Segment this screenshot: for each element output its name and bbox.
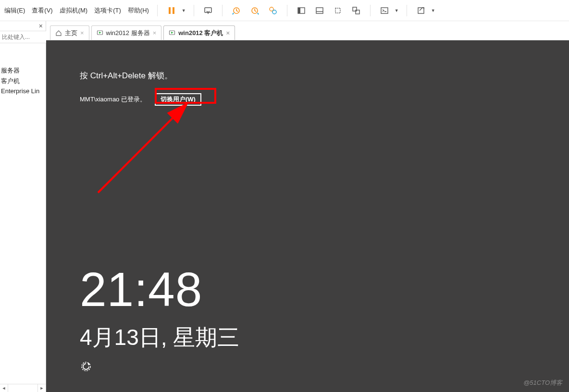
fullscreen-dropdown-icon[interactable]: ▼ bbox=[431, 8, 435, 13]
menu-tabs[interactable]: 选项卡(T) bbox=[94, 5, 122, 16]
send-input-icon[interactable] bbox=[202, 4, 214, 17]
view-fit-icon[interactable] bbox=[332, 4, 344, 17]
menu-view[interactable]: 查看(V) bbox=[31, 5, 53, 16]
tree-item[interactable]: Enterprise Lin bbox=[0, 86, 46, 96]
tab-close-icon[interactable]: × bbox=[80, 29, 84, 37]
lock-date: 4月13日, 星期三 bbox=[80, 323, 239, 353]
tab-server[interactable]: win2012 服务器 × bbox=[91, 25, 162, 40]
sidebar-tree: 服务器 客户机 Enterprise Lin bbox=[0, 43, 46, 384]
snapshot-take-icon[interactable] bbox=[230, 4, 243, 17]
lock-time: 21:48 bbox=[80, 265, 202, 313]
logged-in-user: MMT\xiaomao 已登录。 bbox=[80, 95, 146, 104]
svg-rect-12 bbox=[353, 7, 357, 11]
separator bbox=[222, 5, 223, 16]
tab-client[interactable]: win2012 客户机 × bbox=[163, 25, 235, 40]
pause-dropdown-icon[interactable]: ▼ bbox=[182, 8, 186, 13]
tabbar: 主页 × win2012 服务器 × win2012 客户机 × bbox=[46, 21, 569, 40]
snapshot-manager-icon[interactable] bbox=[267, 4, 279, 17]
svg-rect-9 bbox=[316, 8, 323, 13]
tree-item[interactable]: 客户机 bbox=[0, 76, 46, 86]
view-thumbnail-icon[interactable] bbox=[313, 4, 326, 17]
tab-label: win2012 服务器 bbox=[106, 29, 150, 37]
pause-icon[interactable] bbox=[165, 4, 178, 17]
menu-edit[interactable]: 编辑(E) bbox=[4, 5, 25, 16]
vm-icon bbox=[169, 30, 175, 37]
switch-user-button[interactable]: 切换用户(W) bbox=[155, 93, 201, 106]
tab-close-icon[interactable]: × bbox=[226, 29, 230, 37]
separator bbox=[370, 5, 371, 16]
svg-rect-1 bbox=[173, 7, 174, 14]
console-icon[interactable] bbox=[378, 4, 391, 17]
home-icon bbox=[55, 30, 62, 37]
svg-marker-19 bbox=[171, 32, 173, 34]
separator bbox=[407, 5, 407, 16]
svg-marker-23 bbox=[87, 363, 90, 366]
sidebar: × ▼ 服务器 客户机 Enterprise Lin ◄ ► bbox=[0, 21, 46, 392]
console-dropdown-icon[interactable]: ▼ bbox=[395, 8, 399, 13]
svg-point-6 bbox=[272, 10, 276, 14]
separator bbox=[287, 5, 287, 16]
tree-item[interactable]: 服务器 bbox=[0, 65, 46, 76]
separator bbox=[157, 5, 158, 16]
main: 主页 × win2012 服务器 × win2012 客户机 × 按 Ctrl+… bbox=[46, 21, 569, 392]
svg-line-21 bbox=[98, 106, 185, 193]
svg-rect-13 bbox=[356, 10, 359, 14]
snapshot-revert-icon[interactable] bbox=[248, 4, 261, 17]
svg-rect-2 bbox=[205, 8, 211, 12]
menu-vm[interactable]: 虚拟机(M) bbox=[59, 5, 88, 16]
tab-home[interactable]: 主页 × bbox=[50, 25, 89, 40]
svg-rect-0 bbox=[169, 7, 171, 14]
scroll-left-icon[interactable]: ◄ bbox=[0, 384, 8, 392]
vm-display[interactable]: 按 Ctrl+Alt+Delete 解锁。 MMT\xiaomao 已登录。 切… bbox=[46, 40, 569, 392]
ease-of-access-icon[interactable] bbox=[80, 360, 92, 373]
sidebar-scrollbar-horizontal[interactable]: ◄ ► bbox=[0, 384, 46, 392]
menubar: 编辑(E) 查看(V) 虚拟机(M) 选项卡(T) 帮助(H) ▼ ▼ ▼ bbox=[0, 0, 569, 21]
unlock-instruction: 按 Ctrl+Alt+Delete 解锁。 bbox=[80, 70, 173, 81]
view-free-icon[interactable] bbox=[350, 4, 362, 17]
scroll-right-icon[interactable]: ► bbox=[37, 384, 46, 392]
svg-rect-11 bbox=[335, 8, 340, 13]
svg-rect-15 bbox=[418, 8, 424, 13]
tab-label: 主页 bbox=[65, 29, 77, 37]
svg-marker-17 bbox=[99, 32, 101, 34]
tab-label: win2012 客户机 bbox=[178, 29, 223, 37]
separator bbox=[194, 5, 194, 16]
tab-close-icon[interactable]: × bbox=[153, 29, 157, 37]
annotation-arrow-icon bbox=[93, 99, 199, 195]
vm-icon bbox=[97, 30, 103, 37]
svg-rect-8 bbox=[298, 8, 300, 13]
fullscreen-icon[interactable] bbox=[415, 4, 427, 17]
sidebar-close-icon[interactable]: × bbox=[39, 22, 43, 30]
view-single-icon[interactable] bbox=[295, 4, 308, 17]
menu-help[interactable]: 帮助(H) bbox=[127, 5, 149, 16]
watermark: @51CTO博客 bbox=[523, 379, 562, 387]
